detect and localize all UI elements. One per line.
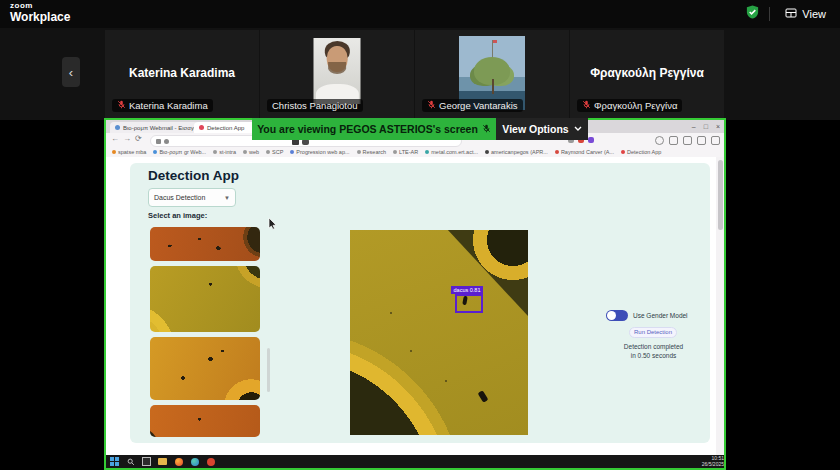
image-thumbnail-1[interactable] <box>150 227 260 261</box>
participant-filmstrip: ‹ Katerina Karadima Katerina Karadima Ch… <box>0 28 840 120</box>
purple-extension-icon[interactable] <box>588 137 594 143</box>
banner-text: You are viewing PEGOS ASTERIOS's screen <box>257 123 478 135</box>
trap-funnel-hole <box>467 230 528 286</box>
muted-mic-icon <box>427 100 436 111</box>
banner-mic-icon <box>482 123 491 135</box>
detection-status-text: Detection completed in 0.50 seconds <box>601 342 706 360</box>
participant-name: Katerina Karadima <box>105 66 259 80</box>
chevron-down-icon <box>574 126 582 132</box>
system-tray-clock[interactable]: 10:51 26/5/2025 <box>702 456 724 467</box>
avatar-tree-trunk <box>492 79 494 94</box>
chevron-down-icon: ▼ <box>224 195 230 201</box>
participant-tiles: Katerina Karadima Katerina Karadima Chri… <box>105 30 725 118</box>
bookmark-item[interactable]: st-intra <box>213 149 236 155</box>
participant-label-chip: Christos Panagiotou <box>267 99 363 112</box>
zoom-logo-text: zoom <box>10 2 70 10</box>
top-bar-right: View <box>745 0 832 28</box>
close-button[interactable]: × <box>716 123 720 130</box>
participant-label-chip: Katerina Karadima <box>112 99 213 112</box>
thumbnail-scrollbar[interactable] <box>267 348 270 392</box>
participant-tile-christos[interactable]: Christos Panagiotou <box>260 30 414 118</box>
muted-mic-icon <box>582 100 591 111</box>
collapse-filmstrip-button[interactable]: ‹ <box>62 57 80 87</box>
view-grid-icon <box>785 7 797 21</box>
model-select-value: Dacus Detection <box>154 194 205 201</box>
model-select-dropdown[interactable]: Dacus Detection ▼ <box>148 188 236 207</box>
bookmark-item[interactable]: Raymond Carver (A... <box>555 149 614 155</box>
image-thumbnail-2[interactable] <box>150 266 260 332</box>
nav-arrows[interactable]: ←→⟳ <box>111 134 146 143</box>
view-button[interactable]: View <box>779 5 832 23</box>
start-button[interactable] <box>110 457 119 466</box>
participant-label-text: Φραγκούλη Ρεγγίνα <box>594 100 677 111</box>
view-options-button[interactable]: View Options <box>496 118 588 140</box>
tab-title: Detection App <box>207 125 244 131</box>
page-scrollbar-thumb[interactable] <box>718 160 723 230</box>
participant-label-text: George Vantarakis <box>439 100 518 111</box>
bookmark-item[interactable]: web <box>243 149 259 155</box>
bookmark-item[interactable]: spatse mba <box>112 149 146 155</box>
sidebar-icon[interactable] <box>669 136 678 145</box>
zoom-meeting-window: zoom Workplace View ‹ Katerina Karadima <box>0 0 840 470</box>
bookmark-item[interactable]: Βιο-ρομπ gr Web... <box>153 149 206 155</box>
muted-mic-icon <box>117 100 126 111</box>
participant-tile-george[interactable]: George Vantarakis <box>415 30 569 118</box>
firefox-icon[interactable] <box>174 457 183 466</box>
windows-taskbar: 10:51 26/5/2025 <box>106 455 724 468</box>
bookmark-item[interactable]: metal.com.ert.act... <box>425 149 478 155</box>
detection-app-favicon <box>199 125 204 130</box>
minimize-button[interactable]: – <box>692 123 696 130</box>
image-thumbnail-3[interactable] <box>150 337 260 400</box>
webmail-favicon <box>115 125 120 130</box>
menu-icon[interactable] <box>711 136 720 145</box>
avatar-beard <box>328 62 347 74</box>
toggle-knob <box>607 311 616 320</box>
top-bar: zoom Workplace View <box>0 0 840 28</box>
lock-icon <box>164 139 169 144</box>
speck <box>410 350 412 352</box>
run-detection-button[interactable]: Run Detection <box>629 327 677 338</box>
avatar-mast <box>492 40 493 58</box>
zoom-workplace-logo: zoom Workplace <box>10 2 70 23</box>
window-controls: – □ × <box>692 120 720 132</box>
encryption-shield-icon[interactable] <box>745 4 760 24</box>
shared-screen: Βιο-ρομπ Webmail - Εισαγωγή Detection Ap… <box>106 120 724 468</box>
downloads-icon[interactable] <box>697 136 706 145</box>
status-line-1: Detection completed <box>601 342 706 351</box>
bookmark-item[interactable]: SCP <box>266 149 283 155</box>
bookmark-item[interactable]: LTE-AR <box>393 149 418 155</box>
participant-tile-fragkouli[interactable]: Φραγκούλη Ρεγγίνα Φραγκούλη Ρεγγίνα <box>570 30 724 118</box>
search-icon[interactable] <box>126 457 135 466</box>
page-scrollbar[interactable] <box>716 157 724 455</box>
file-explorer-icon[interactable] <box>158 457 167 466</box>
browser-tab-webmail[interactable]: Βιο-ρομπ Webmail - Εισαγωγή <box>110 122 198 133</box>
detection-label: dacus 0.81 <box>451 286 483 294</box>
shield-icon <box>156 139 161 144</box>
library-icon[interactable] <box>683 136 692 145</box>
tab-title: Βιο-ρομπ Webmail - Εισαγωγή <box>123 125 198 131</box>
status-line-2: in 0.50 seconds <box>601 351 706 360</box>
bookmark-item[interactable]: americanpegos (APR... <box>485 149 548 155</box>
maximize-button[interactable]: □ <box>704 123 708 130</box>
task-view-icon[interactable] <box>142 457 151 466</box>
participant-label-chip: Φραγκούλη Ρεγγίνα <box>577 99 682 112</box>
workplace-logo-text: Workplace <box>10 11 70 23</box>
participant-tile-katerina[interactable]: Katerina Karadima Katerina Karadima <box>105 30 259 118</box>
bookmark-item[interactable]: Progression web ap... <box>290 149 349 155</box>
tray-date: 26/5/2025 <box>702 462 724 468</box>
participant-label-chip: George Vantarakis <box>422 99 523 112</box>
participant-label-text: Katerina Karadima <box>129 100 208 111</box>
detection-bounding-box <box>455 294 483 313</box>
app-icon[interactable] <box>206 457 215 466</box>
fly <box>478 390 489 403</box>
mouse-cursor <box>268 216 277 234</box>
gender-model-toggle[interactable] <box>606 310 628 321</box>
speck <box>390 312 392 314</box>
view-button-label: View <box>802 8 826 20</box>
image-thumbnail-4[interactable] <box>150 405 260 437</box>
edge-icon[interactable] <box>190 457 199 466</box>
account-icon[interactable] <box>655 136 664 145</box>
avatar-flag <box>493 40 497 43</box>
bookmark-item[interactable]: Research <box>357 149 387 155</box>
bookmark-item[interactable]: Detection App <box>621 149 661 155</box>
